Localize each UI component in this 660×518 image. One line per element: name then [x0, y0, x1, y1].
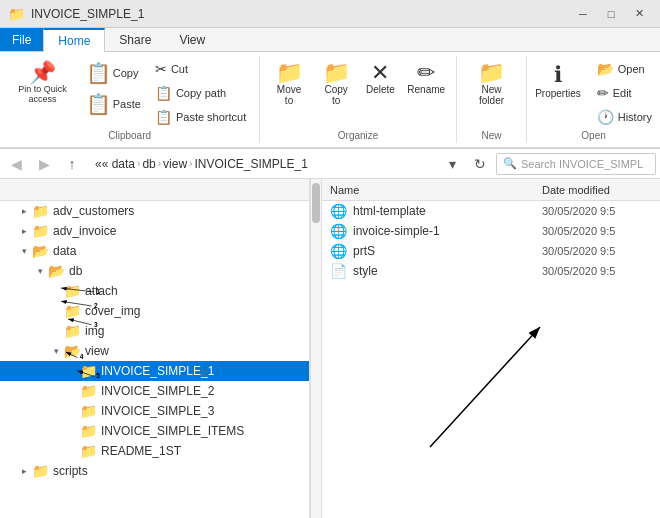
pin-to-quick-access-button[interactable]: 📌 Pin to Quick access [6, 58, 79, 108]
clipboard-items: 📌 Pin to Quick access 📋 Copy 📋 Paste [6, 58, 253, 128]
close-button[interactable]: ✕ [626, 4, 652, 24]
search-icon: 🔍 [503, 157, 517, 170]
organize-group: 📁 Move to 📁 Copy to ✕ Delete ✏ Rename [260, 56, 457, 143]
main-wrapper: 📁 adv_customers 📁 adv_invoice 📂 data 📂 [0, 179, 660, 518]
expander-invoice-simple-3 [64, 401, 80, 421]
file-icon-html-template: 🌐 [330, 203, 347, 219]
up-button[interactable]: ↑ [60, 152, 84, 176]
expander-invoice-simple-items [64, 421, 80, 441]
tree-item-img[interactable]: 📁 img [0, 321, 309, 341]
open-button[interactable]: 📂 Open [590, 58, 659, 80]
tree-item-adv-customers[interactable]: 📁 adv_customers [0, 201, 309, 221]
expander-view [48, 341, 64, 361]
search-box[interactable]: 🔍 Search INVOICE_SIMPL [496, 153, 656, 175]
dropdown-button[interactable]: ▾ [440, 152, 464, 176]
tree-item-db[interactable]: 📂 db [0, 261, 309, 281]
tree-item-adv-invoice[interactable]: 📁 adv_invoice [0, 221, 309, 241]
rename-button[interactable]: ✏ Rename [402, 58, 450, 99]
tree-label-invoice-simple-items: INVOICE_SIMPLE_ITEMS [101, 424, 244, 438]
window-controls: ─ □ ✕ [570, 4, 652, 24]
tree-label-data: data [53, 244, 76, 258]
tree-item-cover-img[interactable]: 📁 cover_img [0, 301, 309, 321]
tree-label-invoice-simple-1: INVOICE_SIMPLE_1 [101, 364, 214, 378]
clipboard-group: 📌 Pin to Quick access 📋 Copy 📋 Paste [0, 56, 260, 143]
rename-label: Rename [407, 84, 445, 95]
expander-adv-invoice [16, 221, 32, 241]
copy-button[interactable]: 📋 Copy [81, 58, 146, 88]
pin-label: Pin to Quick access [13, 84, 72, 104]
file-col-name: Name [330, 184, 542, 196]
file-date-prts: 30/05/2020 9:5 [542, 245, 652, 257]
file-date-invoice-simple-1: 30/05/2020 9:5 [542, 225, 652, 237]
cut-button[interactable]: ✂ Cut [148, 58, 253, 80]
tab-home[interactable]: Home [43, 28, 105, 52]
copy-path-button[interactable]: 📋 Copy path [148, 82, 253, 104]
cut-col: ✂ Cut 📋 Copy path 📋 Paste shortcut [148, 58, 253, 128]
tree-item-readme[interactable]: 📁 README_1ST [0, 441, 309, 461]
file-item-html-template[interactable]: 🌐 html-template 30/05/2020 9:5 [322, 201, 660, 221]
paste-shortcut-icon: 📋 [155, 109, 172, 125]
new-group-label: New [482, 130, 502, 141]
new-folder-button[interactable]: 📁 New folder [463, 58, 520, 110]
search-placeholder: Search INVOICE_SIMPL [521, 158, 643, 170]
maximize-button[interactable]: □ [598, 4, 624, 24]
tree-label-adv-customers: adv_customers [53, 204, 134, 218]
window-icon: 📁 [8, 6, 25, 22]
file-item-prts[interactable]: 🌐 prtS 30/05/2020 9:5 [322, 241, 660, 261]
copy-path-icon: 📋 [155, 85, 172, 101]
breadcrumb[interactable]: «« data › db › view › INVOICE_SIMPLE_1 [88, 153, 436, 175]
tree-label-scripts: scripts [53, 464, 88, 478]
history-icon: 🕐 [597, 109, 614, 125]
tree-panel: 📁 adv_customers 📁 adv_invoice 📂 data 📂 [0, 179, 310, 518]
tree-item-invoice-simple-2[interactable]: 📁 INVOICE_SIMPLE_2 [0, 381, 309, 401]
file-header: Name Date modified [322, 179, 660, 201]
history-button[interactable]: 🕐 History [590, 106, 659, 128]
file-item-invoice-simple-1[interactable]: 🌐 invoice-simple-1 30/05/2020 9:5 [322, 221, 660, 241]
paste-button[interactable]: 📋 Paste [81, 89, 146, 119]
properties-button[interactable]: ℹ Properties [528, 58, 588, 103]
tree-item-invoice-simple-items[interactable]: 📁 INVOICE_SIMPLE_ITEMS [0, 421, 309, 441]
cut-icon: ✂ [155, 61, 167, 77]
copy-paste-col: 📋 Copy 📋 Paste [81, 58, 146, 119]
tree-item-attach[interactable]: 📁 attach [0, 281, 309, 301]
cut-label: Cut [171, 63, 188, 75]
move-to-button[interactable]: 📁 Move to [266, 58, 312, 110]
copy-to-icon: 📁 [323, 62, 350, 84]
tree-item-data[interactable]: 📂 data [0, 241, 309, 261]
tree-item-scripts[interactable]: 📁 scripts [0, 461, 309, 481]
back-button[interactable]: ◀ [4, 152, 28, 176]
tab-file[interactable]: File [0, 28, 43, 51]
new-items: 📁 New folder [463, 58, 520, 128]
paste-shortcut-label: Paste shortcut [176, 111, 246, 123]
forward-button[interactable]: ▶ [32, 152, 56, 176]
title-bar: 📁 INVOICE_SIMPLE_1 ─ □ ✕ [0, 0, 660, 28]
tree-item-view[interactable]: 📂 view [0, 341, 309, 361]
organize-group-label: Organize [338, 130, 379, 141]
folder-icon-img: 📁 [64, 323, 81, 339]
paste-shortcut-button[interactable]: 📋 Paste shortcut [148, 106, 253, 128]
tab-view[interactable]: View [165, 28, 219, 51]
history-label: History [618, 111, 652, 123]
breadcrumb-view: view [163, 157, 187, 171]
breadcrumb-sep-2: › [158, 158, 161, 169]
file-item-style[interactable]: 📄 style 30/05/2020 9:5 [322, 261, 660, 281]
folder-icon-view: 📂 [64, 343, 81, 359]
ribbon-tabs: File Home Share View [0, 28, 660, 52]
open-items: ℹ Properties 📂 Open ✏ Edit 🕐 [528, 58, 659, 128]
new-folder-icon: 📁 [478, 62, 505, 84]
tree-item-invoice-simple-3[interactable]: 📁 INVOICE_SIMPLE_3 [0, 401, 309, 421]
edit-button[interactable]: ✏ Edit [590, 82, 659, 104]
tree-item-invoice-simple-1[interactable]: 📁 INVOICE_SIMPLE_1 [0, 361, 309, 381]
tree-label-cover-img: cover_img [85, 304, 140, 318]
scroll-thumb[interactable] [312, 183, 320, 223]
copy-to-button[interactable]: 📁 Copy to [314, 58, 359, 110]
tab-share[interactable]: Share [105, 28, 165, 51]
refresh-button[interactable]: ↻ [468, 152, 492, 176]
minimize-button[interactable]: ─ [570, 4, 596, 24]
folder-icon-invoice-simple-2: 📁 [80, 383, 97, 399]
file-icon-prts: 🌐 [330, 243, 347, 259]
delete-button[interactable]: ✕ Delete [360, 58, 400, 99]
expander-cover-img [48, 301, 64, 321]
edit-icon: ✏ [597, 85, 609, 101]
breadcrumb-current: INVOICE_SIMPLE_1 [194, 157, 307, 171]
